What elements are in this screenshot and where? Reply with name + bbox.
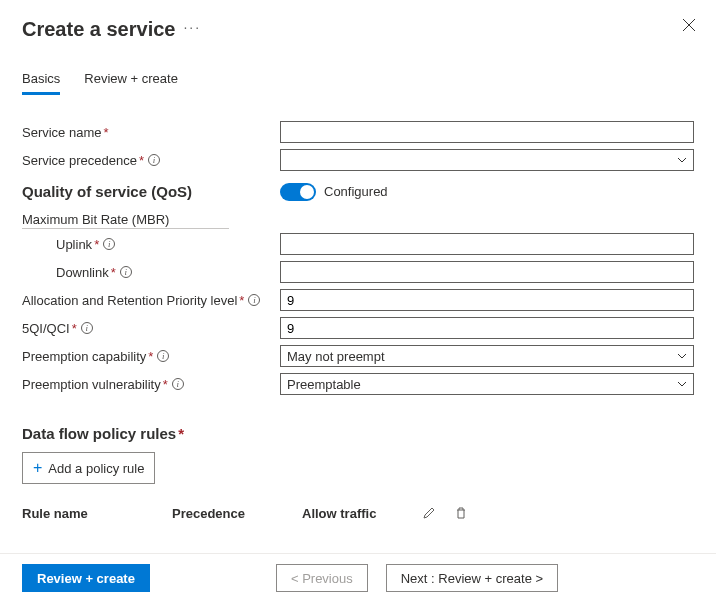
more-icon[interactable]: ···: [183, 19, 201, 35]
mbr-subtitle: Maximum Bit Rate (MBR): [22, 212, 229, 229]
tab-basics[interactable]: Basics: [22, 71, 60, 95]
chevron-down-icon: [677, 351, 687, 361]
next-button[interactable]: Next : Review + create >: [386, 564, 558, 592]
footer: Review + create < Previous Next : Review…: [22, 564, 694, 592]
tab-review[interactable]: Review + create: [84, 71, 178, 95]
arp-input[interactable]: [280, 289, 694, 311]
tabs: Basics Review + create: [22, 71, 694, 95]
uplink-input[interactable]: [280, 233, 694, 255]
toggle-label: Configured: [324, 184, 388, 199]
edit-icon[interactable]: [422, 506, 436, 521]
plus-icon: +: [33, 459, 42, 477]
add-policy-rule-button[interactable]: + Add a policy rule: [22, 452, 155, 484]
close-icon[interactable]: [682, 18, 696, 32]
rules-section-title: Data flow policy rules*: [22, 425, 694, 442]
qos-section-title: Quality of service (QoS): [22, 183, 192, 200]
label-preempt-cap: Preemption capability* i: [22, 349, 280, 364]
chevron-down-icon: [677, 379, 687, 389]
label-service-name: Service name*: [22, 125, 280, 140]
service-precedence-select[interactable]: [280, 149, 694, 171]
info-icon[interactable]: i: [157, 350, 169, 362]
label-5qi: 5QI/QCI* i: [22, 321, 280, 336]
review-create-button[interactable]: Review + create: [22, 564, 150, 592]
info-icon[interactable]: i: [81, 322, 93, 334]
label-arp: Allocation and Retention Priority level*…: [22, 293, 280, 308]
previous-button[interactable]: < Previous: [276, 564, 368, 592]
info-icon[interactable]: i: [148, 154, 160, 166]
page-title: Create a service: [22, 18, 175, 41]
info-icon[interactable]: i: [172, 378, 184, 390]
col-rule-name: Rule name: [22, 506, 172, 521]
info-icon[interactable]: i: [103, 238, 115, 250]
label-downlink: Downlink* i: [22, 265, 280, 280]
col-allow-traffic: Allow traffic: [302, 506, 422, 521]
info-icon[interactable]: i: [120, 266, 132, 278]
required-icon: *: [103, 125, 108, 140]
col-precedence: Precedence: [172, 506, 302, 521]
create-service-panel: Create a service ··· Basics Review + cre…: [0, 0, 716, 606]
label-uplink: Uplink* i: [22, 237, 280, 252]
fiveqi-input[interactable]: [280, 317, 694, 339]
preempt-cap-select[interactable]: May not preempt: [280, 345, 694, 367]
service-name-input[interactable]: [280, 121, 694, 143]
delete-icon[interactable]: [454, 506, 468, 521]
chevron-down-icon: [677, 155, 687, 165]
rules-header-row: Rule name Precedence Allow traffic: [22, 506, 694, 521]
preempt-vuln-select[interactable]: Preemptable: [280, 373, 694, 395]
qos-toggle[interactable]: [280, 183, 316, 201]
divider: [0, 553, 716, 554]
info-icon[interactable]: i: [248, 294, 260, 306]
downlink-input[interactable]: [280, 261, 694, 283]
label-service-precedence: Service precedence* i: [22, 153, 280, 168]
required-icon: *: [139, 153, 144, 168]
header: Create a service ···: [22, 18, 694, 41]
label-preempt-vuln: Preemption vulnerability* i: [22, 377, 280, 392]
